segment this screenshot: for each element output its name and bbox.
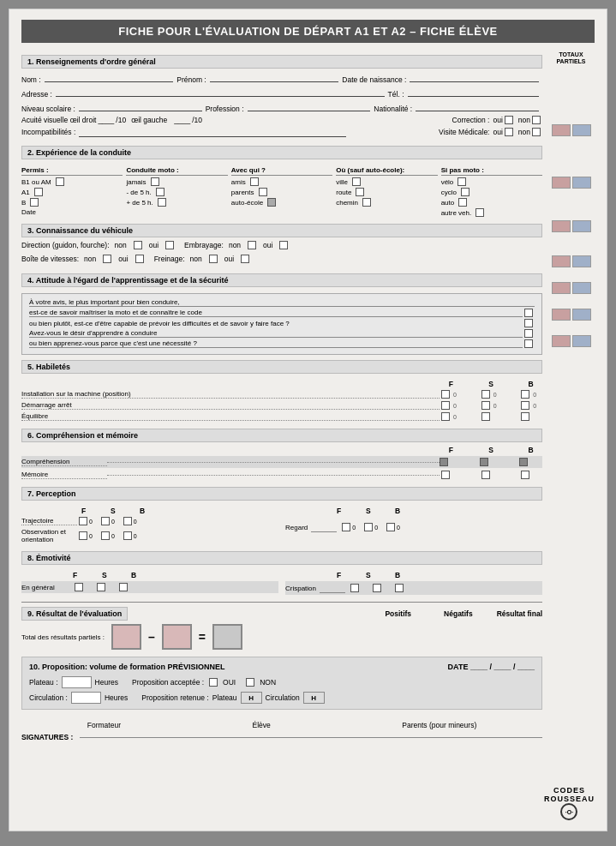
- s5-b0-cb[interactable]: [521, 390, 529, 399]
- s6-f0-cb[interactable]: [440, 458, 448, 466]
- s5-f1-cb[interactable]: [441, 401, 450, 410]
- plateau-h-input[interactable]: H: [241, 692, 262, 704]
- circ-input[interactable]: [71, 692, 101, 704]
- permis-b1: B1 ou AM: [21, 177, 123, 186]
- s6-s1-cb[interactable]: [481, 471, 490, 479]
- direction-oui-cb[interactable]: [165, 241, 174, 249]
- s7-traj-f-cb[interactable]: [79, 517, 87, 525]
- avec-parents-checkbox[interactable]: [259, 188, 267, 196]
- s7-left: F S B Trajectoire 0 0 0: [21, 507, 278, 546]
- visite-non-checkbox[interactable]: [532, 128, 541, 136]
- s5-s0-cb[interactable]: [481, 390, 490, 399]
- s6-b-header: B: [519, 446, 542, 454]
- s6-b0-cb[interactable]: [519, 458, 528, 466]
- permis-a1-checkbox[interactable]: [34, 188, 43, 196]
- s7-traj-s-cb[interactable]: [101, 517, 110, 525]
- boite-label: Boîte de vitesses:: [21, 255, 79, 263]
- s8-crisp-b-cb[interactable]: [395, 584, 404, 592]
- visite-oui-checkbox[interactable]: [505, 128, 513, 136]
- negatifs-label: Négatifs: [444, 609, 473, 618]
- ou-chemin-checkbox[interactable]: [362, 198, 371, 207]
- prop-oui-cb[interactable]: [209, 678, 218, 687]
- s7-reg-f-cb[interactable]: [342, 523, 350, 531]
- circ-h-input[interactable]: H: [303, 692, 325, 704]
- conduite-5h-: - de 5 h.: [126, 188, 227, 196]
- s6-s0-cb[interactable]: [480, 458, 488, 466]
- conduite-5h-minus-checkbox[interactable]: [156, 188, 164, 196]
- s1-row1: Nom : Prénom : Date de naissance :: [21, 72, 542, 84]
- s7-traj-b-cb[interactable]: [123, 517, 132, 525]
- s7-obs-b-cb[interactable]: [123, 531, 132, 540]
- s5-f2-cb[interactable]: [441, 412, 450, 421]
- freinage-oui-cb[interactable]: [241, 255, 249, 263]
- ou-ville-checkbox[interactable]: [352, 177, 361, 186]
- s3-score-blue: [572, 177, 591, 189]
- s5-row-0: Installation sur la machine (position) 0…: [21, 390, 542, 399]
- s7-reg-s-cb[interactable]: [364, 523, 373, 531]
- s5-s1-cb[interactable]: [481, 401, 490, 410]
- s5-row-2: Équilibre 0: [21, 412, 542, 421]
- s5-f0-cb[interactable]: [441, 390, 450, 399]
- non2-label: non: [518, 128, 530, 136]
- correction-oui-checkbox[interactable]: [505, 116, 513, 124]
- conduite-5h-plus-checkbox[interactable]: [158, 198, 166, 207]
- sipas-auto-checkbox[interactable]: [458, 198, 467, 207]
- correction-non-checkbox[interactable]: [532, 116, 541, 124]
- s5-s2-cb[interactable]: [481, 412, 490, 421]
- s8-eg-b-cb[interactable]: [119, 583, 128, 591]
- s7-obs-f-cb[interactable]: [79, 531, 87, 540]
- permis-col: Permis : B1 ou AM A1 B: [21, 166, 123, 219]
- avec-autoecole-checkbox[interactable]: [267, 198, 276, 207]
- section-4-header: 4. Attitude à l'égard de l'apprentissage…: [21, 273, 542, 287]
- permis-b: B: [21, 198, 123, 207]
- s6-score-blue: [572, 282, 591, 294]
- s4-cb1[interactable]: [524, 309, 533, 317]
- plateau-input[interactable]: [62, 676, 92, 688]
- freinage-non-cb[interactable]: [209, 255, 218, 263]
- s4-cb4[interactable]: [524, 339, 533, 348]
- boite-non-cb[interactable]: [103, 255, 111, 263]
- s7-observation-name: Observation et orientation: [21, 528, 77, 543]
- s4-cb3[interactable]: [524, 329, 533, 338]
- boite-oui-cb[interactable]: [135, 255, 144, 263]
- s8-f-header: F: [73, 571, 90, 579]
- cr-line2: ROUSSEAU: [544, 795, 595, 803]
- s8-crisp-s-cb[interactable]: [373, 584, 381, 592]
- prop-non-cb[interactable]: [246, 678, 254, 687]
- s7-reg-b-cb[interactable]: [386, 523, 395, 531]
- s8-eg-f-cb[interactable]: [75, 583, 83, 591]
- sipas-velo: vélo: [441, 177, 542, 186]
- embrayage-non-cb[interactable]: [248, 241, 256, 249]
- niveau-line: [79, 101, 202, 111]
- s4-score-blue: [572, 220, 591, 232]
- s4-cb2[interactable]: [524, 319, 533, 327]
- direction-non-cb[interactable]: [134, 241, 142, 249]
- s6-b0: [519, 458, 542, 466]
- sipas-velo-checkbox[interactable]: [458, 177, 466, 186]
- s8-left: F S B En général: [21, 571, 278, 595]
- s5-b2-cb[interactable]: [521, 412, 529, 421]
- prenom-label: Prénom :: [176, 75, 206, 84]
- s8-crisp-f-cb[interactable]: [350, 584, 359, 592]
- signatures-section: Formateur Élève Parents (pour mineurs) S…: [21, 715, 542, 741]
- s6-b1-cb[interactable]: [521, 471, 529, 479]
- cr-dot: ·O·: [565, 809, 573, 815]
- s8-engeneral-row: En général: [21, 581, 278, 593]
- sipas-cyclo-checkbox[interactable]: [461, 188, 469, 196]
- conduite-jamais-checkbox[interactable]: [151, 177, 159, 186]
- s7-obs-s-cb[interactable]: [101, 531, 110, 540]
- conduite-label: Conduite moto :: [126, 166, 227, 176]
- s6-f1-cb[interactable]: [441, 471, 450, 479]
- avec-amis-checkbox[interactable]: [250, 177, 259, 186]
- s4-text3: ou bien plutôt, est-ce d'être capable de…: [29, 320, 523, 327]
- permis-b1-checkbox[interactable]: [56, 177, 64, 186]
- s5-b1-cb[interactable]: [521, 401, 529, 410]
- ou-route-checkbox[interactable]: [356, 188, 364, 196]
- sipas-autre-checkbox[interactable]: [475, 208, 484, 217]
- ou-col: Où (sauf auto-école): ville route chemin: [336, 166, 437, 219]
- s7-rb-header: B: [395, 507, 412, 515]
- permis-b-checkbox[interactable]: [30, 198, 39, 207]
- s8-eg-s-cb[interactable]: [97, 583, 105, 591]
- embrayage-oui-cb[interactable]: [279, 241, 288, 249]
- permis-label: Permis :: [21, 166, 123, 176]
